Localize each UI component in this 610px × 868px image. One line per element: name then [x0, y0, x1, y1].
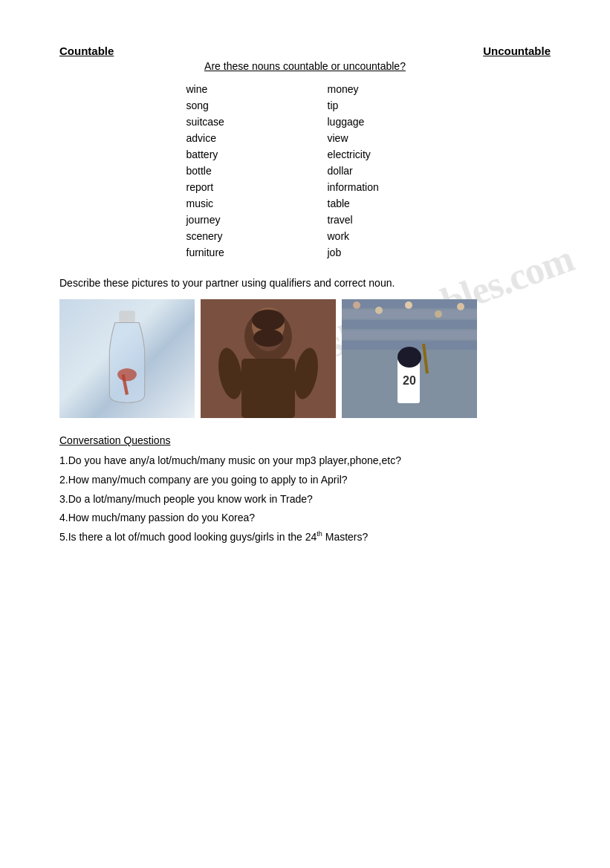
svg-point-17 — [353, 301, 360, 309]
conversation-title: Conversation Questions — [59, 434, 551, 446]
noun-right: information — [328, 180, 424, 194]
svg-point-18 — [375, 307, 383, 314]
svg-text:20: 20 — [403, 374, 416, 387]
uncountable-heading: Uncountable — [483, 45, 551, 57]
svg-point-24 — [398, 347, 421, 368]
noun-row: suitcaseluggage — [59, 115, 551, 128]
question-4: 4.How much/many passion do you Korea? — [59, 509, 551, 527]
noun-right: travel — [328, 213, 424, 226]
noun-right: job — [328, 246, 424, 259]
svg-rect-15 — [342, 330, 477, 339]
noun-left: song — [186, 99, 283, 112]
subtitle: Are these nouns countable or uncountable… — [59, 60, 551, 72]
question-5: 5.Is there a lot of/much good looking gu… — [59, 529, 551, 546]
countable-heading: Countable — [59, 45, 114, 57]
svg-rect-0 — [119, 310, 135, 322]
noun-row: songtip — [59, 99, 551, 112]
noun-left: scenery — [186, 229, 283, 243]
baseball-image: 20 — [342, 299, 477, 418]
svg-point-20 — [435, 310, 442, 318]
noun-right: money — [328, 82, 424, 96]
questions-list: 1.Do you have any/a lot/much/many music … — [59, 452, 551, 546]
noun-row: scenerywork — [59, 229, 551, 243]
question-2: 2.How many/much company are you going to… — [59, 471, 551, 489]
noun-right: work — [328, 229, 424, 243]
man-image — [201, 299, 336, 418]
noun-left: bottle — [186, 164, 283, 177]
header-row: Countable Uncountable — [59, 45, 551, 57]
noun-row: journeytravel — [59, 213, 551, 226]
noun-right: luggage — [328, 115, 424, 128]
noun-left: journey — [186, 213, 283, 226]
noun-left: furniture — [186, 246, 283, 259]
noun-left: wine — [186, 82, 283, 96]
noun-pairs-container: winemoneysongtipsuitcaseluggageadvicevie… — [59, 82, 551, 277]
noun-row: furniturejob — [59, 246, 551, 259]
noun-right: view — [328, 131, 424, 145]
question-3: 3.Do a lot/many/much people you know wor… — [59, 491, 551, 509]
svg-rect-13 — [342, 310, 477, 319]
question-1: 1.Do you have any/a lot/much/many music … — [59, 452, 551, 470]
svg-point-1 — [117, 368, 137, 381]
svg-point-21 — [457, 303, 464, 310]
noun-right: table — [328, 197, 424, 210]
noun-row: adviceview — [59, 131, 551, 145]
svg-point-19 — [405, 301, 412, 309]
noun-left: suitcase — [186, 115, 283, 128]
noun-left: battery — [186, 148, 283, 161]
bottle-image — [59, 299, 195, 418]
describe-instruction: Describe these pictures to your partner … — [59, 277, 551, 289]
svg-point-6 — [252, 310, 285, 330]
noun-row: batteryelectricity — [59, 148, 551, 161]
noun-row: winemoney — [59, 82, 551, 96]
svg-rect-14 — [342, 320, 477, 329]
noun-row: bottledollar — [59, 164, 551, 177]
noun-left: advice — [186, 131, 283, 145]
noun-right: dollar — [328, 164, 424, 177]
noun-table: winemoneysongtipsuitcaseluggageadvicevie… — [59, 82, 551, 262]
noun-row: reportinformation — [59, 180, 551, 194]
svg-point-7 — [253, 329, 283, 347]
images-row: 20 — [59, 299, 551, 418]
noun-right: electricity — [328, 148, 424, 161]
noun-left: music — [186, 197, 283, 210]
noun-row: musictable — [59, 197, 551, 210]
noun-right: tip — [328, 99, 424, 112]
noun-left: report — [186, 180, 283, 194]
svg-rect-8 — [241, 359, 295, 418]
